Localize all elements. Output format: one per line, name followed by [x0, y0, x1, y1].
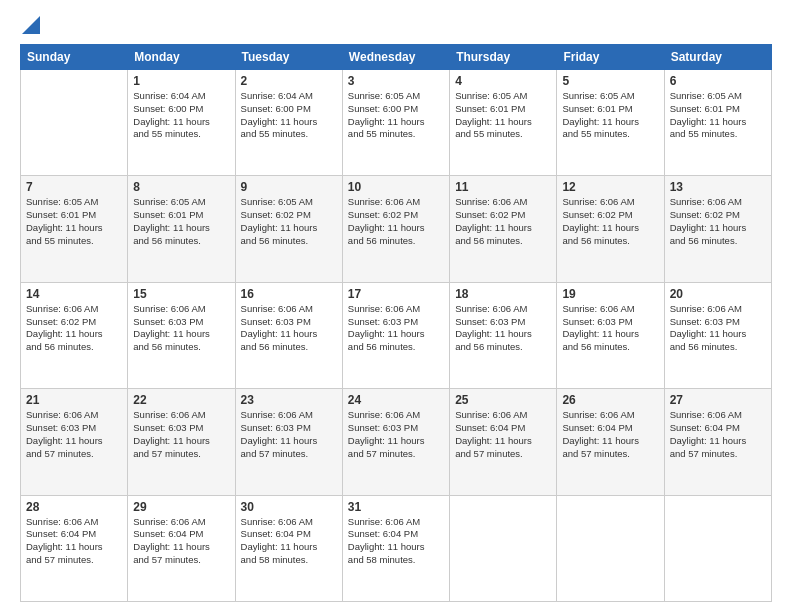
day-info: Sunrise: 6:06 AM Sunset: 6:02 PM Dayligh…: [670, 196, 766, 247]
day-number: 17: [348, 287, 444, 301]
calendar-cell: 9Sunrise: 6:05 AM Sunset: 6:02 PM Daylig…: [235, 176, 342, 282]
svg-marker-0: [22, 16, 40, 34]
day-info: Sunrise: 6:06 AM Sunset: 6:04 PM Dayligh…: [670, 409, 766, 460]
calendar-week-3: 14Sunrise: 6:06 AM Sunset: 6:02 PM Dayli…: [21, 282, 772, 388]
day-number: 5: [562, 74, 658, 88]
calendar-cell: 27Sunrise: 6:06 AM Sunset: 6:04 PM Dayli…: [664, 389, 771, 495]
calendar-cell: 12Sunrise: 6:06 AM Sunset: 6:02 PM Dayli…: [557, 176, 664, 282]
calendar-cell: 14Sunrise: 6:06 AM Sunset: 6:02 PM Dayli…: [21, 282, 128, 388]
calendar-cell: [557, 495, 664, 601]
day-info: Sunrise: 6:06 AM Sunset: 6:04 PM Dayligh…: [348, 516, 444, 567]
day-info: Sunrise: 6:06 AM Sunset: 6:03 PM Dayligh…: [26, 409, 122, 460]
day-number: 15: [133, 287, 229, 301]
day-info: Sunrise: 6:06 AM Sunset: 6:04 PM Dayligh…: [26, 516, 122, 567]
calendar-table: SundayMondayTuesdayWednesdayThursdayFrid…: [20, 44, 772, 602]
calendar-cell: [664, 495, 771, 601]
calendar-cell: 5Sunrise: 6:05 AM Sunset: 6:01 PM Daylig…: [557, 70, 664, 176]
calendar-cell: 6Sunrise: 6:05 AM Sunset: 6:01 PM Daylig…: [664, 70, 771, 176]
day-info: Sunrise: 6:06 AM Sunset: 6:03 PM Dayligh…: [241, 303, 337, 354]
day-info: Sunrise: 6:06 AM Sunset: 6:03 PM Dayligh…: [348, 409, 444, 460]
calendar-cell: 19Sunrise: 6:06 AM Sunset: 6:03 PM Dayli…: [557, 282, 664, 388]
calendar-cell: 13Sunrise: 6:06 AM Sunset: 6:02 PM Dayli…: [664, 176, 771, 282]
day-number: 11: [455, 180, 551, 194]
day-info: Sunrise: 6:06 AM Sunset: 6:03 PM Dayligh…: [455, 303, 551, 354]
day-info: Sunrise: 6:06 AM Sunset: 6:04 PM Dayligh…: [241, 516, 337, 567]
day-number: 12: [562, 180, 658, 194]
day-number: 31: [348, 500, 444, 514]
day-number: 28: [26, 500, 122, 514]
day-info: Sunrise: 6:06 AM Sunset: 6:02 PM Dayligh…: [455, 196, 551, 247]
calendar-cell: 2Sunrise: 6:04 AM Sunset: 6:00 PM Daylig…: [235, 70, 342, 176]
day-info: Sunrise: 6:06 AM Sunset: 6:04 PM Dayligh…: [455, 409, 551, 460]
calendar-cell: 11Sunrise: 6:06 AM Sunset: 6:02 PM Dayli…: [450, 176, 557, 282]
col-header-sunday: Sunday: [21, 45, 128, 70]
day-info: Sunrise: 6:06 AM Sunset: 6:03 PM Dayligh…: [133, 303, 229, 354]
day-info: Sunrise: 6:05 AM Sunset: 6:01 PM Dayligh…: [26, 196, 122, 247]
page: SundayMondayTuesdayWednesdayThursdayFrid…: [0, 0, 792, 612]
col-header-saturday: Saturday: [664, 45, 771, 70]
col-header-thursday: Thursday: [450, 45, 557, 70]
day-number: 6: [670, 74, 766, 88]
col-header-friday: Friday: [557, 45, 664, 70]
col-header-wednesday: Wednesday: [342, 45, 449, 70]
day-info: Sunrise: 6:06 AM Sunset: 6:04 PM Dayligh…: [562, 409, 658, 460]
day-number: 13: [670, 180, 766, 194]
calendar-header-row: SundayMondayTuesdayWednesdayThursdayFrid…: [21, 45, 772, 70]
calendar-cell: 25Sunrise: 6:06 AM Sunset: 6:04 PM Dayli…: [450, 389, 557, 495]
day-number: 14: [26, 287, 122, 301]
day-info: Sunrise: 6:05 AM Sunset: 6:00 PM Dayligh…: [348, 90, 444, 141]
calendar-cell: 22Sunrise: 6:06 AM Sunset: 6:03 PM Dayli…: [128, 389, 235, 495]
day-number: 26: [562, 393, 658, 407]
day-info: Sunrise: 6:06 AM Sunset: 6:02 PM Dayligh…: [26, 303, 122, 354]
day-number: 7: [26, 180, 122, 194]
day-info: Sunrise: 6:06 AM Sunset: 6:03 PM Dayligh…: [562, 303, 658, 354]
day-number: 10: [348, 180, 444, 194]
header: [20, 18, 772, 34]
calendar-cell: 7Sunrise: 6:05 AM Sunset: 6:01 PM Daylig…: [21, 176, 128, 282]
day-number: 25: [455, 393, 551, 407]
calendar-cell: 23Sunrise: 6:06 AM Sunset: 6:03 PM Dayli…: [235, 389, 342, 495]
day-number: 1: [133, 74, 229, 88]
calendar-cell: 28Sunrise: 6:06 AM Sunset: 6:04 PM Dayli…: [21, 495, 128, 601]
day-info: Sunrise: 6:04 AM Sunset: 6:00 PM Dayligh…: [133, 90, 229, 141]
calendar-cell: 20Sunrise: 6:06 AM Sunset: 6:03 PM Dayli…: [664, 282, 771, 388]
calendar-cell: 4Sunrise: 6:05 AM Sunset: 6:01 PM Daylig…: [450, 70, 557, 176]
col-header-monday: Monday: [128, 45, 235, 70]
day-info: Sunrise: 6:05 AM Sunset: 6:02 PM Dayligh…: [241, 196, 337, 247]
col-header-tuesday: Tuesday: [235, 45, 342, 70]
day-info: Sunrise: 6:06 AM Sunset: 6:02 PM Dayligh…: [562, 196, 658, 247]
calendar-cell: 30Sunrise: 6:06 AM Sunset: 6:04 PM Dayli…: [235, 495, 342, 601]
day-number: 19: [562, 287, 658, 301]
day-info: Sunrise: 6:05 AM Sunset: 6:01 PM Dayligh…: [562, 90, 658, 141]
calendar-week-4: 21Sunrise: 6:06 AM Sunset: 6:03 PM Dayli…: [21, 389, 772, 495]
logo: [20, 18, 40, 34]
day-info: Sunrise: 6:06 AM Sunset: 6:04 PM Dayligh…: [133, 516, 229, 567]
day-number: 30: [241, 500, 337, 514]
calendar-week-5: 28Sunrise: 6:06 AM Sunset: 6:04 PM Dayli…: [21, 495, 772, 601]
day-number: 2: [241, 74, 337, 88]
day-number: 23: [241, 393, 337, 407]
calendar-cell: 16Sunrise: 6:06 AM Sunset: 6:03 PM Dayli…: [235, 282, 342, 388]
day-number: 18: [455, 287, 551, 301]
day-info: Sunrise: 6:05 AM Sunset: 6:01 PM Dayligh…: [670, 90, 766, 141]
day-number: 8: [133, 180, 229, 194]
day-number: 22: [133, 393, 229, 407]
logo-icon: [22, 16, 40, 34]
calendar-cell: 10Sunrise: 6:06 AM Sunset: 6:02 PM Dayli…: [342, 176, 449, 282]
day-number: 24: [348, 393, 444, 407]
calendar-week-2: 7Sunrise: 6:05 AM Sunset: 6:01 PM Daylig…: [21, 176, 772, 282]
calendar-cell: [450, 495, 557, 601]
calendar-cell: 15Sunrise: 6:06 AM Sunset: 6:03 PM Dayli…: [128, 282, 235, 388]
calendar-cell: 24Sunrise: 6:06 AM Sunset: 6:03 PM Dayli…: [342, 389, 449, 495]
day-info: Sunrise: 6:06 AM Sunset: 6:03 PM Dayligh…: [348, 303, 444, 354]
calendar-cell: 31Sunrise: 6:06 AM Sunset: 6:04 PM Dayli…: [342, 495, 449, 601]
day-number: 3: [348, 74, 444, 88]
calendar-cell: [21, 70, 128, 176]
calendar-cell: 3Sunrise: 6:05 AM Sunset: 6:00 PM Daylig…: [342, 70, 449, 176]
calendar-week-1: 1Sunrise: 6:04 AM Sunset: 6:00 PM Daylig…: [21, 70, 772, 176]
day-number: 20: [670, 287, 766, 301]
calendar-cell: 1Sunrise: 6:04 AM Sunset: 6:00 PM Daylig…: [128, 70, 235, 176]
day-number: 4: [455, 74, 551, 88]
day-number: 16: [241, 287, 337, 301]
day-number: 9: [241, 180, 337, 194]
